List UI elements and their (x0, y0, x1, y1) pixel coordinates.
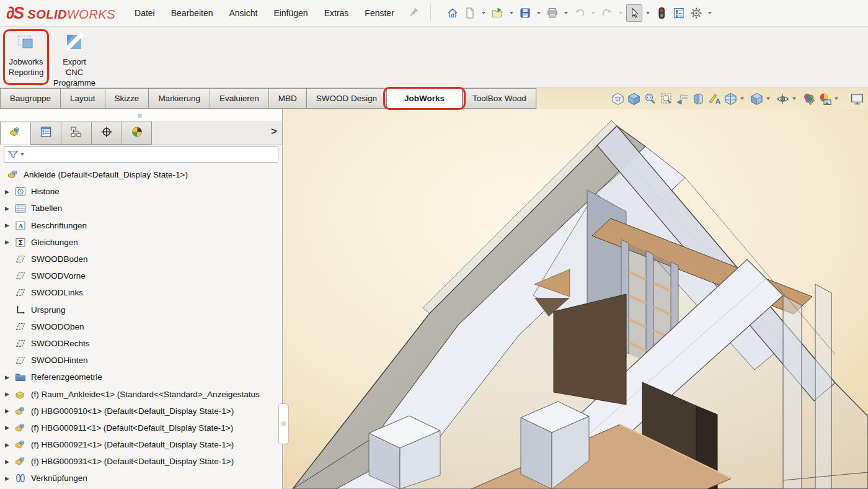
zoom-selection-button[interactable] (659, 92, 673, 106)
home-button[interactable] (445, 4, 461, 22)
tab-jobworks[interactable]: JobWorks (386, 88, 463, 109)
tab-swood-design[interactable]: SWOOD Design (306, 88, 386, 109)
tree-item[interactable]: ▶Historie (0, 183, 282, 200)
tab-layout[interactable]: Layout (60, 88, 105, 109)
redo-dropdown-arrow[interactable] (619, 12, 622, 14)
task-pane-button[interactable] (671, 4, 687, 22)
options-gear-button[interactable] (688, 4, 704, 22)
menu-extras[interactable]: Extras (316, 4, 357, 22)
panel-top-splitter[interactable] (0, 109, 282, 122)
expand-arrow-icon[interactable]: ▶ (5, 408, 14, 414)
expand-arrow-icon[interactable]: ▶ (5, 374, 14, 380)
tab-evaluieren[interactable]: Evaluieren (210, 88, 268, 109)
tree-item[interactable]: ▶SWOODLinks (0, 284, 282, 301)
hide-show-items-button[interactable] (776, 92, 790, 106)
expand-arrow-icon[interactable]: ▶ (5, 442, 14, 448)
tree-item[interactable]: ▶SWOODRechts (0, 335, 282, 352)
tree-item[interactable]: ▶(f) HBG000931<1> (Default<Default_Displ… (0, 453, 282, 470)
save-button[interactable] (517, 4, 533, 22)
tree-item[interactable]: ▶(f) Raum_Ankleide<1> (Standard<<Standar… (0, 385, 282, 402)
previous-view-button[interactable] (675, 92, 689, 106)
save-dropdown-arrow[interactable] (537, 12, 541, 14)
tree-item-label: SWOODRechts (31, 339, 90, 348)
new-document-button[interactable] (462, 4, 478, 22)
expand-arrow-icon[interactable]: ▶ (5, 239, 14, 245)
tab-toolbox-wood[interactable]: ToolBox Wood (463, 88, 536, 109)
edit-appearance-button[interactable] (802, 92, 816, 106)
menu-datei[interactable]: Datei (126, 4, 163, 22)
tree-item[interactable]: ▶SWOODOben (0, 318, 282, 335)
tree-item[interactable]: ▶ (0, 487, 282, 489)
panel-tab-featuremanager-tree[interactable] (0, 122, 30, 145)
section-view-button[interactable] (691, 92, 706, 106)
print-button[interactable] (544, 4, 560, 22)
undo-dropdown-arrow[interactable] (591, 12, 595, 14)
tree-item[interactable]: ▶ABeschriftungen (0, 217, 282, 234)
expand-arrow-icon[interactable]: ▶ (5, 459, 14, 465)
expand-arrow-icon[interactable]: ▶ (5, 189, 14, 195)
open-button[interactable] (489, 4, 506, 22)
tab-mbd[interactable]: MBD (268, 88, 306, 109)
apply-scene-button[interactable] (818, 92, 832, 106)
options-gear-dropdown-arrow[interactable] (708, 12, 712, 14)
jobworks-reporting-button[interactable]: JobworksReporting (4, 30, 48, 91)
zoom-to-area-button[interactable] (627, 92, 641, 106)
new-document-dropdown-arrow[interactable] (482, 12, 485, 14)
tree-item[interactable]: ▶Verknüpfungen (0, 470, 282, 487)
menu-einfügen[interactable]: Einfügen (265, 4, 316, 22)
menu-ansicht[interactable]: Ansicht (221, 4, 265, 22)
tree-item[interactable]: ▶Referenzgeometrie (0, 369, 282, 385)
display-style-button[interactable] (750, 92, 764, 106)
panel-tab-propertymanager[interactable] (30, 122, 61, 145)
panel-tab-dimxpertmanager[interactable] (91, 122, 122, 145)
panel-splitter-handle[interactable] (278, 403, 289, 444)
tree-filter-input[interactable] (4, 146, 278, 163)
menu-fenster[interactable]: Fenster (356, 4, 402, 22)
open-dropdown-arrow[interactable] (510, 12, 513, 14)
view-settings-button[interactable] (850, 92, 864, 106)
tree-item[interactable]: ▶(f) HBG000911<1> (Default<Default_Displ… (0, 419, 282, 436)
tree-item-label: (f) Raum_Ankleide<1> (Standard<<Standard… (31, 390, 260, 399)
pushpin-icon[interactable] (409, 7, 419, 20)
tree-item[interactable]: ▶(f) HBG000910<1> (Default<Default_Displ… (0, 403, 282, 419)
panel-tab-configurationmanager[interactable] (61, 122, 91, 145)
view-orientation-button[interactable] (724, 92, 738, 106)
tree-item[interactable]: ▶SWOODVorne (0, 267, 282, 284)
undo-button[interactable] (572, 4, 588, 22)
print-dropdown-arrow[interactable] (564, 12, 568, 14)
export-cnc-button[interactable]: Export CNCProgramme (52, 30, 97, 91)
hide-show-items-dropdown-arrow[interactable] (792, 97, 796, 100)
expand-arrow-icon[interactable]: ▶ (5, 424, 14, 431)
tree-item[interactable]: ▶(f) HBG000921<1> (Default<Default_Displ… (0, 436, 282, 453)
panel-expand-arrow[interactable]: > (271, 125, 277, 138)
tree-item[interactable]: ▶Ursprung (0, 302, 282, 318)
redo-button[interactable] (599, 4, 615, 22)
orbit-zoom-button[interactable] (643, 92, 657, 106)
tree-item[interactable]: ▶SWOODHinten (0, 352, 282, 369)
rebuild-traffic-light-icon (655, 7, 668, 19)
tab-markierung[interactable]: Markierung (148, 88, 210, 109)
tab-baugruppe[interactable]: Baugruppe (0, 88, 60, 109)
expand-arrow-icon[interactable]: ▶ (5, 391, 14, 397)
apply-scene-dropdown-arrow[interactable] (835, 97, 838, 100)
tab-skizze[interactable]: Skizze (105, 88, 149, 109)
expand-arrow-icon[interactable]: ▶ (5, 222, 14, 228)
tree-item-label: Ursprung (31, 305, 66, 315)
view-orientation-dropdown-arrow[interactable] (740, 97, 744, 100)
tree-item[interactable]: ▶Ankleide (Default<Default_Display State… (0, 166, 282, 183)
rebuild-traffic-light-button[interactable] (653, 4, 670, 22)
annotation-visibility-button[interactable]: A (707, 92, 722, 106)
select-cursor-button[interactable] (626, 4, 642, 22)
menu-bearbeiten[interactable]: Bearbeiten (163, 4, 221, 22)
panel-tab-displaymanager[interactable] (122, 122, 152, 145)
zoom-to-fit-button[interactable] (611, 92, 625, 106)
tree-item[interactable]: ▶Tabellen (0, 200, 282, 217)
tree-item[interactable]: ▶SWOODBoden (0, 251, 282, 267)
expand-arrow-icon[interactable]: ▶ (5, 475, 14, 482)
expand-arrow-icon[interactable]: ▶ (5, 205, 14, 212)
select-cursor-dropdown-arrow[interactable] (646, 12, 650, 14)
tree-item[interactable]: ▶ΣGleichungen (0, 234, 282, 251)
graphics-area[interactable] (283, 109, 868, 489)
display-style-dropdown-arrow[interactable] (766, 97, 770, 100)
configurationmanager-icon (70, 126, 82, 140)
